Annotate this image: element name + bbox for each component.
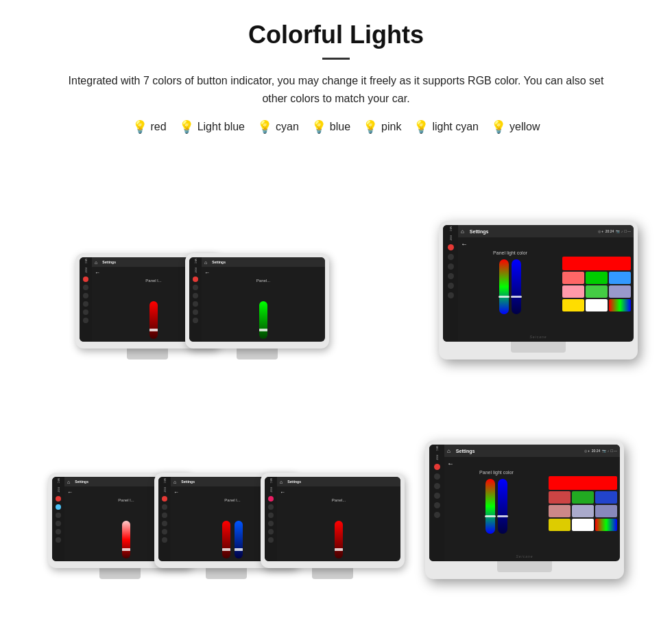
device-shell-top-2: MIC RST ⌂ Settings: [185, 253, 329, 349]
red-bulb-icon: 💡: [132, 119, 147, 134]
color-label-yellow: yellow: [509, 121, 540, 133]
watermark-top: Seicane: [529, 335, 547, 339]
device-screen-bot-3: MIC RST ⌂ Settings: [265, 477, 400, 561]
blue-bulb-icon: 💡: [311, 119, 326, 134]
description: Integrated with 7 colors of button indic…: [55, 72, 617, 107]
bottom-devices-row: MIC RST ⌂ Settings: [27, 366, 645, 579]
lightblue-bulb-icon: 💡: [179, 119, 194, 134]
color-label-cyan: cyan: [276, 121, 299, 133]
color-item-blue: 💡 blue: [311, 119, 350, 134]
color-item-lightblue: 💡 Light blue: [179, 119, 245, 134]
color-item-pink: 💡 pink: [363, 119, 401, 134]
pink-bulb-icon: 💡: [363, 119, 378, 134]
color-label-red: red: [151, 121, 167, 133]
color-item-lightcyan: 💡 light cyan: [413, 119, 479, 134]
device-screen-top-2: MIC RST ⌂ Settings: [189, 257, 325, 342]
device-shell-top-3: MIC RST ⌂ Settings: [439, 221, 638, 360]
device-bot-4: MIC RST ⌂ Settings: [425, 440, 624, 579]
device-top-3: MIC RST ⌂ Settings: [439, 221, 638, 360]
title-divider: [322, 58, 350, 60]
device-shell-bot-3: MIC RST ⌂ Settings: [261, 473, 405, 568]
color-label-lightcyan: light cyan: [432, 121, 479, 133]
device-screen-top-3: MIC RST ⌂ Settings: [443, 225, 634, 342]
device-stand-bot-3: [312, 568, 353, 579]
page-title: Colorful Lights: [27, 21, 645, 49]
color-label-lightblue: Light blue: [197, 121, 245, 133]
device-stand-bot-4: [497, 561, 552, 572]
page-container: Colorful Lights Integrated with 7 colors…: [0, 0, 672, 606]
device-bot-3: MIC RST ⌂ Settings: [261, 473, 405, 579]
device-shell-bot-4: MIC RST ⌂ Settings: [425, 440, 624, 579]
device-stand-top-3: [511, 342, 566, 353]
color-label-blue: blue: [330, 121, 350, 133]
cyan-bulb-icon: 💡: [257, 119, 272, 134]
watermark-bot: Seicane: [516, 554, 533, 558]
color-item-cyan: 💡 cyan: [257, 119, 299, 134]
color-list: 💡 red 💡 Light blue 💡 cyan 💡 blue 💡 pink …: [27, 119, 645, 134]
color-item-yellow: 💡 yellow: [491, 119, 540, 134]
yellow-bulb-icon: 💡: [491, 119, 506, 134]
device-screen-bot-4: MIC RST ⌂ Settings: [429, 445, 620, 561]
color-label-pink: pink: [381, 121, 401, 133]
device-stand-top-1: [127, 349, 168, 360]
color-item-red: 💡 red: [132, 119, 167, 134]
device-stand-bot-2: [206, 568, 247, 579]
device-top-2: MIC RST ⌂ Settings: [185, 253, 329, 360]
device-stand-top-2: [237, 349, 278, 360]
top-devices-row: MIC RST ⌂ Settings: [27, 154, 645, 360]
lightcyan-bulb-icon: 💡: [413, 119, 429, 134]
device-stand-bot-1: [99, 568, 141, 579]
